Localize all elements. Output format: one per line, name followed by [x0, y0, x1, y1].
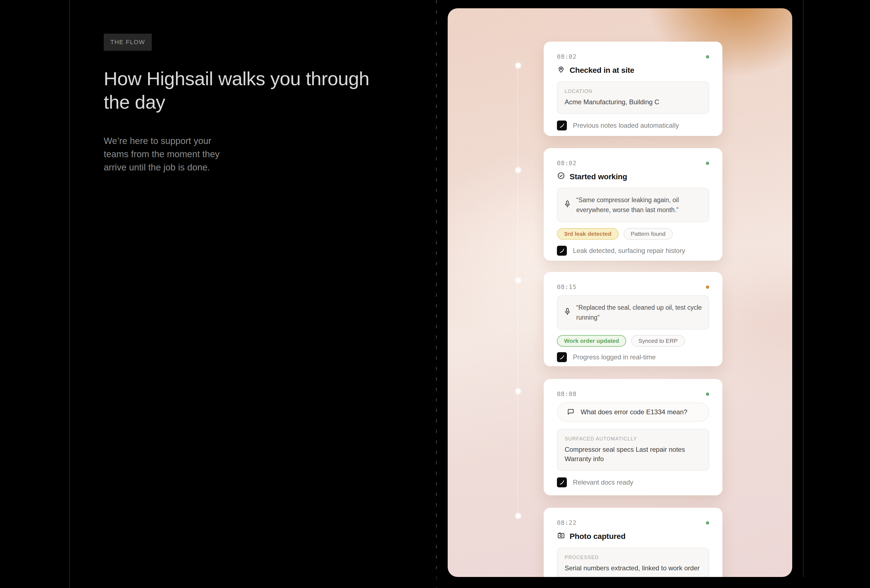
- timeline-dot-3: [515, 278, 521, 283]
- info-box-value: Serial numbers extracted, linked to work…: [565, 563, 702, 573]
- badge-work-order-updated: Work order updated: [557, 335, 626, 347]
- middle-dashed-line: [436, 0, 436, 588]
- timeline-line: [517, 65, 518, 516]
- section-heading: How Highsail walks you through the day: [104, 67, 435, 114]
- status-dot-orange: [706, 286, 709, 289]
- heading-line-1: How Highsail walks you through: [104, 67, 435, 91]
- badge-leak-detected: 3rd leak detected: [557, 228, 619, 240]
- highsail-logo-icon: [557, 246, 567, 256]
- card-title: Photo captured: [570, 532, 626, 541]
- paragraph-line-1: We’re here to support your: [104, 134, 220, 147]
- timeline-dot-4: [515, 389, 521, 394]
- voice-note-text: “Same compressor leaking again, oil ever…: [576, 195, 703, 215]
- card-title: Checked in at site: [570, 66, 634, 75]
- status-dot-green: [706, 55, 709, 58]
- paragraph-line-2: teams from the moment they: [104, 147, 220, 161]
- info-box-label: LOCATION: [565, 89, 702, 94]
- map-pin-icon: [557, 65, 565, 75]
- left-border-line: [69, 0, 70, 588]
- timeline-dot-5: [515, 513, 521, 518]
- highsail-logo-icon: [557, 478, 567, 487]
- card-footer-text: Leak detected, surfacing repair history: [573, 247, 685, 255]
- timeline-card-progress: 08:15 “Replaced the seal, cleaned up oil…: [544, 272, 723, 366]
- card-title: Started working: [570, 173, 627, 181]
- section-paragraph: We’re here to support your teams from th…: [104, 134, 220, 174]
- timeline-card-started-working: 08:02 Started working “Same compressor l…: [544, 148, 723, 261]
- card-time: 08:15: [557, 283, 577, 290]
- highsail-logo-icon: [557, 352, 567, 362]
- card-time: 08:02: [557, 160, 577, 167]
- card-footer-text: Progress logged in real-time: [573, 353, 655, 361]
- timeline-card-photo: 08:22 Photo captured PROCESSED Serial nu…: [544, 508, 723, 588]
- timeline-dot-1: [515, 63, 521, 68]
- badge-synced-to-erp: Synced to ERP: [631, 335, 685, 347]
- card-time: 08:22: [557, 520, 577, 526]
- chat-message-text: What does error code E1334 mean?: [581, 408, 687, 416]
- timeline-dot-2: [515, 167, 521, 173]
- card-footer-text: Previous notes loaded automatically: [573, 122, 679, 130]
- card-footer-text: Relevant docs ready: [573, 478, 633, 486]
- eyebrow-badge: THE FLOW: [104, 34, 152, 51]
- info-box-value: Acme Manufacturing, Building C: [565, 97, 702, 107]
- paragraph-line-3: arrive until the job is done.: [104, 161, 220, 174]
- page: THE FLOW How Highsail walks you through …: [0, 0, 870, 588]
- voice-note-text: “Replaced the seal, cleaned up oil, test…: [576, 302, 703, 322]
- chat-bubble-icon: [567, 408, 575, 417]
- heading-line-2: the day: [104, 91, 435, 114]
- right-border-line: [803, 0, 803, 588]
- microphone-icon: [563, 199, 571, 210]
- highsail-logo-icon: [557, 121, 567, 131]
- card-time: 08:02: [557, 53, 577, 60]
- badge-pattern-found: Pattern found: [624, 228, 673, 240]
- bottom-mask: [436, 577, 870, 588]
- status-dot-green: [706, 521, 709, 525]
- timeline-card-question: 08:08 What does error code E1334 mean? S…: [544, 379, 723, 495]
- microphone-icon: [563, 307, 571, 318]
- check-circle-icon: [557, 171, 565, 182]
- info-box-value: Compressor seal specs Last repair notes …: [565, 445, 702, 464]
- info-box-label: PROCESSED: [565, 555, 702, 560]
- info-box-label: SURFACED AUTOMATICLLY: [565, 436, 702, 442]
- timeline-card-checked-in: 08:02 Checked in at site LOCATION Acme M…: [544, 42, 723, 136]
- card-time: 08:08: [557, 390, 577, 397]
- status-dot-green: [706, 393, 709, 396]
- status-dot-green: [706, 162, 709, 165]
- camera-icon: [557, 531, 565, 541]
